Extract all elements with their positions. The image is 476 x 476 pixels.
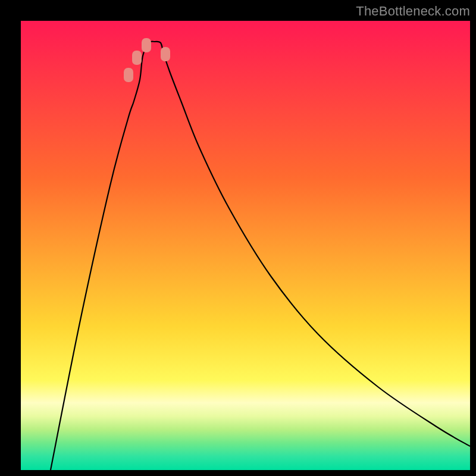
curve-layer [21,21,470,470]
curve-marker [142,38,151,52]
watermark-text: TheBottleneck.com [356,4,470,19]
curve-marker [124,68,133,82]
curve-markers [124,38,170,82]
chart-frame: TheBottleneck.com [0,0,476,476]
curve-marker [132,51,142,65]
plot-area [21,21,470,470]
curve-marker [161,47,170,61]
bottleneck-curve [51,42,470,471]
